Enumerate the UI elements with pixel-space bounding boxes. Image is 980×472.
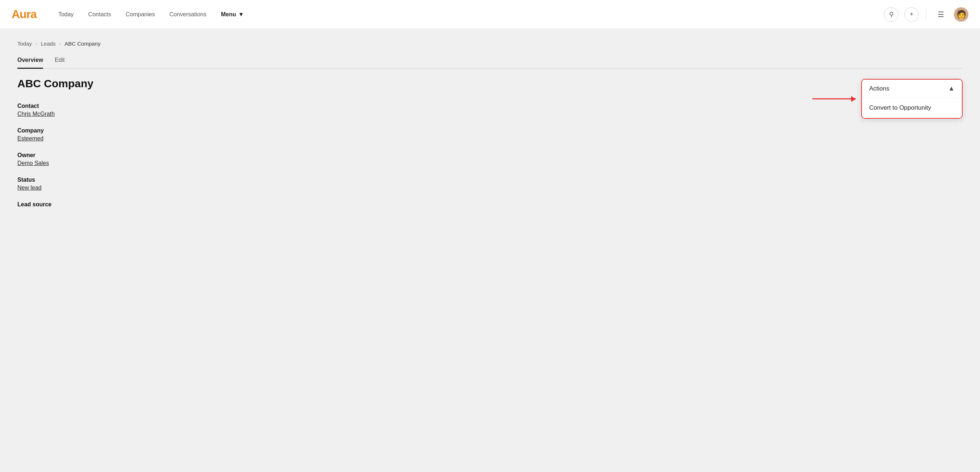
field-contact: Contact Chris McGrath bbox=[18, 103, 861, 117]
chevron-up-icon: ▲ bbox=[948, 85, 955, 92]
plus-icon: + bbox=[910, 11, 914, 18]
nav-companies[interactable]: Companies bbox=[126, 11, 155, 18]
actions-button[interactable]: Actions ▲ bbox=[862, 79, 962, 98]
field-status: Status New lead bbox=[18, 176, 861, 191]
contact-label: Contact bbox=[18, 103, 861, 109]
field-company: Company Esteemed bbox=[18, 127, 861, 142]
user-avatar[interactable]: 🧑 bbox=[954, 7, 969, 22]
add-button[interactable]: + bbox=[904, 7, 919, 22]
actions-area: Actions ▲ Convert to Opportunity bbox=[861, 79, 963, 119]
lead-details: ABC Company Contact Chris McGrath Compan… bbox=[18, 78, 861, 218]
hamburger-icon: ☰ bbox=[938, 10, 944, 19]
field-owner: Owner Demo Sales bbox=[18, 152, 861, 167]
tab-edit[interactable]: Edit bbox=[55, 57, 65, 69]
nav-today[interactable]: Today bbox=[58, 11, 74, 18]
contact-value[interactable]: Chris McGrath bbox=[18, 111, 861, 117]
search-icon: ⚲ bbox=[889, 11, 894, 19]
status-label: Status bbox=[18, 176, 861, 183]
field-lead-source: Lead source bbox=[18, 201, 861, 208]
arrow-line bbox=[812, 99, 856, 100]
breadcrumb: Today › Leads › ABC Company bbox=[18, 41, 963, 47]
app-logo[interactable]: Aura bbox=[11, 8, 37, 21]
lead-title: ABC Company bbox=[18, 78, 861, 90]
owner-value[interactable]: Demo Sales bbox=[18, 160, 861, 167]
status-value[interactable]: New lead bbox=[18, 184, 861, 191]
menu-button[interactable]: ☰ bbox=[934, 7, 948, 22]
avatar-icon: 🧑 bbox=[956, 10, 966, 19]
actions-label: Actions bbox=[869, 85, 889, 92]
main-nav: Today Contacts Companies Conversations M… bbox=[58, 11, 884, 18]
chevron-down-icon: ▼ bbox=[238, 11, 244, 18]
breadcrumb-leads[interactable]: Leads bbox=[41, 41, 56, 47]
convert-to-opportunity-item[interactable]: Convert to Opportunity bbox=[862, 98, 962, 118]
nav-menu[interactable]: Menu ▼ bbox=[221, 11, 244, 18]
breadcrumb-sep-2: › bbox=[59, 41, 61, 47]
actions-dropdown-container: Actions ▲ Convert to Opportunity bbox=[861, 79, 963, 119]
app-header: Aura Today Contacts Companies Conversati… bbox=[0, 0, 980, 29]
header-actions: ⚲ + ☰ 🧑 bbox=[884, 7, 969, 22]
company-label: Company bbox=[18, 127, 861, 134]
header-divider bbox=[926, 9, 926, 20]
content-area: ABC Company Contact Chris McGrath Compan… bbox=[18, 78, 963, 218]
company-value[interactable]: Esteemed bbox=[18, 135, 861, 142]
main-content: Today › Leads › ABC Company Overview Edi… bbox=[0, 29, 980, 472]
tabs-bar: Overview Edit bbox=[18, 57, 963, 69]
arrow-annotation bbox=[812, 99, 856, 100]
search-button[interactable]: ⚲ bbox=[884, 7, 899, 22]
lead-source-label: Lead source bbox=[18, 201, 861, 208]
nav-conversations[interactable]: Conversations bbox=[170, 11, 207, 18]
breadcrumb-sep-1: › bbox=[35, 41, 37, 47]
breadcrumb-current: ABC Company bbox=[64, 41, 100, 47]
nav-contacts[interactable]: Contacts bbox=[88, 11, 111, 18]
breadcrumb-today[interactable]: Today bbox=[18, 41, 32, 47]
owner-label: Owner bbox=[18, 152, 861, 159]
tab-overview[interactable]: Overview bbox=[18, 57, 43, 69]
